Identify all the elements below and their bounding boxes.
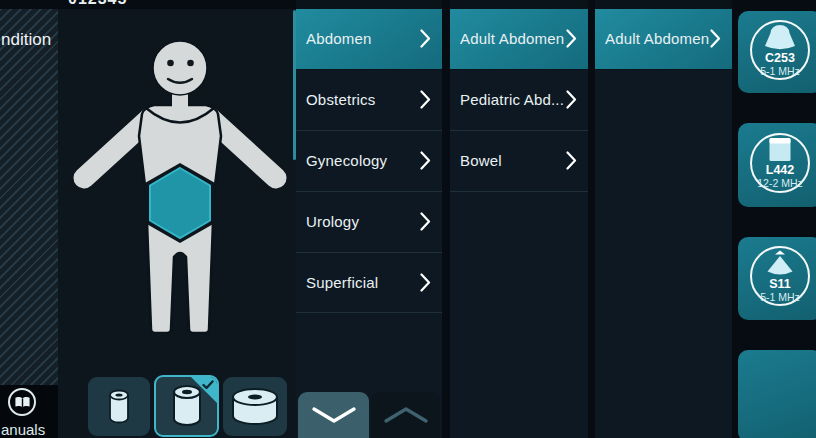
column-top-spacer [296, 0, 442, 9]
menu-item-label: Obstetrics [306, 91, 376, 108]
scroll-down-button[interactable] [298, 392, 369, 438]
transducer-name: S11 [769, 277, 791, 291]
chevron-right-icon [420, 29, 431, 48]
menu-item-obstetrics[interactable]: Obstetrics [296, 70, 442, 131]
menu-item-label: Urology [306, 213, 359, 230]
transducer-circle: S11 5-1 MHz [750, 246, 810, 306]
curved-array-probe-icon [763, 23, 797, 51]
cylinder-small-icon [106, 389, 132, 425]
exam-type-column: Adult Abdomen Pediatric Abd... Bowel [450, 0, 588, 438]
menu-item-bowel[interactable]: Bowel [450, 131, 588, 192]
chevron-right-icon [566, 151, 577, 170]
menu-item-label: Adult Abdomen [605, 30, 709, 47]
chevron-right-icon [420, 273, 431, 292]
transducer-frequency: 5-1 MHz [760, 291, 800, 304]
manuals-label: anuals [1, 421, 45, 438]
menu-item-adult-abdomen-preset[interactable]: Adult Abdomen [595, 9, 732, 70]
manuals-button[interactable]: anuals [0, 385, 63, 438]
scroll-up-button[interactable] [371, 392, 440, 438]
check-icon [202, 380, 214, 390]
cylinder-large-icon [229, 387, 281, 427]
transducer-name: C253 [765, 51, 795, 65]
menu-item-urology[interactable]: Urology [296, 192, 442, 253]
transducer-circle: C253 5-1 MHz [750, 20, 810, 80]
transducer-c253-button[interactable]: C253 5-1 MHz [738, 11, 816, 93]
chevron-right-icon [420, 212, 431, 231]
transducer-l442-button[interactable]: L442 12-2 MHz [738, 123, 816, 207]
menu-item-abdomen[interactable]: Abdomen [296, 9, 442, 70]
ultrasound-exam-select-screen: 012345 ndition anuals [0, 0, 816, 438]
column-top-spacer [450, 0, 588, 9]
chevron-up-icon [383, 406, 429, 424]
menu-item-label: Bowel [460, 152, 502, 169]
patient-body-figure [58, 9, 296, 438]
scroll-arrow-row [296, 392, 442, 438]
body-type-small-button[interactable] [88, 377, 150, 436]
menu-item-gynecology[interactable]: Gynecology [296, 131, 442, 192]
transducer-s11-button[interactable]: S11 5-1 MHz [738, 237, 816, 320]
body-type-large-button[interactable] [223, 377, 287, 436]
chevron-right-icon [420, 90, 431, 109]
menu-item-label: Pediatric Abd... [460, 91, 564, 108]
patient-id: 012345 [68, 0, 127, 8]
chevron-right-icon [420, 151, 431, 170]
menu-item-label: Adult Abdomen [460, 30, 564, 47]
menu-item-label: Abdomen [306, 30, 372, 47]
condition-label: ndition [1, 30, 51, 50]
linear-array-probe-icon [763, 136, 797, 163]
transducer-frequency: 12-2 MHz [757, 177, 803, 190]
chevron-right-icon [566, 29, 577, 48]
exam-preset-column: Adult Abdomen [595, 0, 732, 438]
patient-figure-panel [58, 9, 296, 438]
body-type-medium-button[interactable] [154, 375, 219, 437]
chevron-right-icon [710, 29, 721, 48]
left-sidebar-hatched-panel: ndition [0, 9, 58, 385]
sector-probe-icon [763, 249, 797, 277]
transducer-empty-slot-button[interactable] [738, 350, 816, 438]
transducer-frequency: 5-1 MHz [760, 65, 800, 78]
transducer-name: L442 [766, 163, 795, 177]
menu-item-label: Superficial [306, 274, 378, 291]
chevron-down-icon [311, 406, 357, 424]
transducer-circle: L442 12-2 MHz [750, 133, 810, 193]
chevron-right-icon [566, 90, 577, 109]
menu-item-superficial[interactable]: Superficial [296, 253, 442, 314]
menu-item-adult-abdomen[interactable]: Adult Abdomen [450, 9, 588, 70]
open-book-icon [8, 388, 36, 416]
column-top-spacer [595, 0, 732, 9]
exam-category-column: Abdomen Obstetrics Gynecology Urology Su… [296, 0, 442, 438]
menu-item-pediatric-abdomen[interactable]: Pediatric Abd... [450, 70, 588, 131]
menu-item-label: Gynecology [306, 152, 387, 169]
